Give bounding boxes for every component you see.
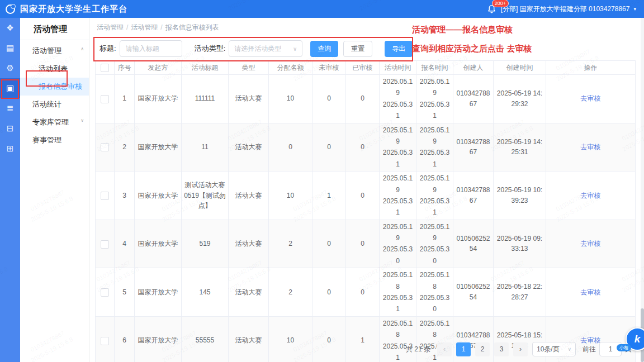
pagination-next-button[interactable]: › bbox=[513, 342, 528, 356]
cell-reviewed: 0 bbox=[346, 220, 380, 268]
table-row: 3国家开放大学测试活动大赛0519【测试勿点】活动大赛10102025.05.1… bbox=[96, 172, 636, 220]
cell-select bbox=[96, 75, 115, 123]
review-link[interactable]: 去审核 bbox=[581, 288, 601, 296]
type-filter-select[interactable]: 请选择活动类型 ∨ bbox=[229, 40, 302, 57]
page-size-select[interactable]: 10条/页∨ bbox=[532, 342, 576, 356]
cell-type: 活动大赛 bbox=[229, 172, 269, 220]
time-value: 2025.05.31 bbox=[382, 99, 414, 122]
type-filter-placeholder: 请选择活动类型 bbox=[234, 44, 281, 54]
annotation-action-note: 查询到相应活动之后点击 去审核 bbox=[412, 44, 532, 54]
pagination-page-button[interactable]: 3 bbox=[494, 342, 509, 356]
archive-icon[interactable]: ⊟ bbox=[0, 118, 20, 139]
row-checkbox[interactable] bbox=[101, 288, 109, 297]
pagination-page-button[interactable]: 1 bbox=[456, 342, 471, 356]
floating-assistant-button[interactable]: k 小相 bbox=[626, 327, 644, 351]
breadcrumb-item[interactable]: 活动管理 bbox=[131, 23, 158, 31]
cell-initiator: 国家开放大学 bbox=[135, 75, 182, 123]
review-link[interactable]: 去审核 bbox=[581, 94, 601, 102]
cell-reviewed: 0 bbox=[346, 268, 380, 317]
cell-creator: 01050625254 bbox=[453, 268, 494, 317]
cell-quota: 2 bbox=[269, 220, 312, 268]
sidebar-item[interactable]: 活动管理∧ bbox=[20, 42, 89, 60]
breadcrumb-item[interactable]: 报名信息审核列表 bbox=[165, 23, 219, 31]
pagination: 共 21 条‹123›10条/页∨前往页 bbox=[406, 342, 632, 356]
breadcrumb-separator: / bbox=[126, 23, 128, 31]
filter-bar: 标题: 活动类型: 请选择活动类型 ∨ 查询 重置 导出 bbox=[100, 40, 413, 57]
review-link[interactable]: 去审核 bbox=[581, 143, 601, 151]
cell-select bbox=[96, 220, 115, 268]
export-button[interactable]: 导出 bbox=[385, 41, 413, 57]
account-label[interactable]: [分部] 国家开放大学福建分部 01034278867 bbox=[501, 4, 630, 14]
table-row: 5国家开放大学145活动大赛2002025.05.182025.05.31202… bbox=[96, 268, 636, 317]
row-checkbox[interactable] bbox=[101, 240, 109, 249]
row-checkbox[interactable] bbox=[101, 143, 109, 151]
org-structure-icon[interactable]: ❖ bbox=[0, 18, 20, 38]
table-row: 4国家开放大学519活动大赛2002025.05.192025.05.30202… bbox=[96, 220, 636, 268]
layers-icon[interactable]: ≣ bbox=[0, 98, 20, 118]
search-button[interactable]: 查询 bbox=[310, 41, 338, 57]
cell-reg_time: 2025.05.192025.05.30 bbox=[416, 220, 453, 268]
activity-audit-icon[interactable]: ▣ bbox=[0, 78, 20, 98]
row-checkbox[interactable] bbox=[101, 95, 109, 103]
cell-created: 2025-05-19 14:25:31 bbox=[494, 123, 546, 172]
account-dropdown-caret-icon[interactable]: ▾ bbox=[633, 6, 636, 12]
pagination-prev-button[interactable]: ‹ bbox=[437, 342, 452, 356]
cell-type: 活动大赛 bbox=[229, 123, 269, 172]
cell-reg_time: 2025.05.192025.05.31 bbox=[416, 172, 453, 220]
cell-activity_time: 2025.05.192025.05.30 bbox=[380, 220, 416, 268]
vertical-scrollbar[interactable] bbox=[641, 18, 644, 362]
icon-rail: ❖▤⚙▣≣⊟⊞ bbox=[0, 18, 20, 362]
row-checkbox[interactable] bbox=[101, 192, 109, 200]
time-value: 2025.05.18 bbox=[382, 269, 414, 292]
sidebar-title: 活动管理 bbox=[20, 18, 89, 40]
table-body: 1国家开放大学111111活动大赛10002025.05.192025.05.3… bbox=[96, 75, 636, 362]
cell-title: 11 bbox=[182, 123, 229, 172]
cell-no: 5 bbox=[115, 268, 135, 317]
cell-quota: 10 bbox=[269, 75, 312, 123]
sidebar-item[interactable]: 赛事管理 bbox=[20, 131, 89, 149]
time-value: 2025.05.18 bbox=[382, 318, 414, 341]
breadcrumb: 活动管理/活动管理/报名信息审核列表 bbox=[97, 23, 219, 32]
sidebar-item[interactable]: 活动统计 bbox=[20, 96, 89, 113]
column-header-no: 序号 bbox=[115, 61, 135, 75]
cell-activity_time: 2025.05.192025.05.31 bbox=[380, 75, 416, 123]
cell-initiator: 国家开放大学 bbox=[135, 316, 182, 362]
column-header-created: 创建时间 bbox=[494, 61, 546, 75]
cell-select bbox=[96, 123, 115, 172]
column-header-select bbox=[96, 61, 115, 75]
cell-select bbox=[96, 172, 115, 220]
time-value: 2025.05.31 bbox=[382, 292, 414, 315]
sidebar-item[interactable]: 报名信息审核 bbox=[20, 78, 89, 96]
review-link[interactable]: 去审核 bbox=[581, 192, 601, 199]
column-header-creator: 创建人 bbox=[453, 61, 494, 75]
chevron-down-icon: ∨ bbox=[80, 118, 84, 123]
pagination-page-button[interactable]: 2 bbox=[475, 342, 490, 356]
select-all-checkbox[interactable] bbox=[101, 64, 109, 72]
column-header-activity_time: 活动时间 bbox=[380, 61, 416, 75]
settings-icon[interactable]: ⚙ bbox=[0, 58, 20, 78]
sidebar-item-label: 赛事管理 bbox=[32, 136, 61, 144]
cell-quota: 10 bbox=[269, 316, 312, 362]
cell-action: 去审核 bbox=[546, 172, 636, 220]
title-filter-label: 标题: bbox=[100, 44, 116, 54]
cell-action: 去审核 bbox=[546, 75, 636, 123]
review-link[interactable]: 去审核 bbox=[581, 240, 601, 247]
column-header-reg_time: 报名时间 bbox=[416, 61, 453, 75]
annotation-title-note: 活动管理——报名信息审核 bbox=[412, 25, 513, 35]
notifications-button[interactable]: 200+ bbox=[487, 4, 497, 14]
row-checkbox[interactable] bbox=[101, 337, 109, 345]
notebook-icon[interactable]: ▤ bbox=[0, 38, 20, 58]
cell-reg_time: 2025.05.192025.05.31 bbox=[416, 75, 453, 123]
column-header-type: 类型 bbox=[229, 61, 269, 75]
sidebar-item[interactable]: 专家库管理∨ bbox=[20, 113, 89, 131]
breadcrumb-item[interactable]: 活动管理 bbox=[97, 23, 124, 31]
sidebar: 活动管理 活动管理∧活动列表报名信息审核活动统计专家库管理∨赛事管理 bbox=[20, 18, 89, 362]
cell-no: 4 bbox=[115, 220, 135, 268]
column-header-quota: 分配名额 bbox=[269, 61, 312, 75]
reset-button[interactable]: 重置 bbox=[343, 41, 372, 57]
apps-icon[interactable]: ⊞ bbox=[0, 139, 20, 159]
sidebar-item-label: 活动统计 bbox=[32, 100, 61, 108]
time-value: 2025.05.19 bbox=[382, 173, 414, 196]
sidebar-item[interactable]: 活动列表 bbox=[20, 60, 89, 78]
title-filter-input[interactable] bbox=[120, 40, 182, 57]
